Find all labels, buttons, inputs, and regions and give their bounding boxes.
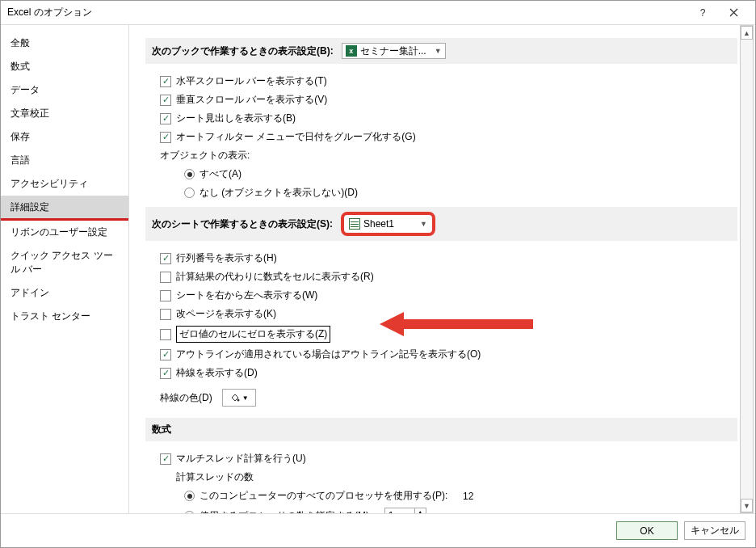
hscroll-checkbox[interactable] [160, 76, 171, 87]
book-section-label: 次のブックで作業するときの表示設定(B): [152, 44, 334, 58]
formulas-label: 計算結果の代わりに数式をセルに表示する(R) [176, 270, 374, 284]
multithread-label: マルチスレッド計算を行う(U) [176, 452, 306, 466]
objects-label: オブジェクトの表示: [145, 146, 737, 165]
rtl-checkbox[interactable] [160, 290, 171, 301]
window-title: Excel のオプション [7, 6, 687, 19]
tabs-label: シート見出しを表示する(B) [176, 112, 296, 125]
scroll-up-icon[interactable]: ▲ [741, 26, 753, 40]
gridcolor-label: 枠線の色(D) [160, 391, 212, 405]
sheet-icon [349, 218, 360, 230]
book-combo-value: セミナー集計... [360, 44, 426, 58]
chevron-down-icon: ▼ [435, 47, 442, 55]
objects-none-radio[interactable] [184, 188, 195, 198]
sidebar-item-9[interactable]: クイック アクセス ツール バー [1, 244, 128, 281]
sidebar-item-6[interactable]: アクセシビリティ [1, 172, 128, 196]
rowcol-checkbox[interactable] [160, 253, 171, 264]
gridlines-checkbox[interactable] [160, 368, 171, 379]
formulas-checkbox[interactable] [160, 272, 171, 283]
sidebar-item-2[interactable]: データ [1, 78, 128, 102]
sidebar-item-8[interactable]: リボンのユーザー設定 [1, 221, 128, 244]
svg-point-0 [237, 399, 239, 402]
sidebar-item-1[interactable]: 数式 [1, 55, 128, 78]
zero-label: ゼロ値のセルにゼロを表示する(Z) [176, 326, 330, 343]
formula-section-header: 数式 [145, 418, 737, 441]
allproc-label: このコンピューターのすべてのプロセッサを使用する(P): [200, 489, 447, 503]
book-combo[interactable]: x セミナー集計... ▼ [342, 43, 446, 59]
sheet-combo-value: Sheet1 [363, 218, 412, 230]
autofilter-checkbox[interactable] [160, 132, 171, 143]
sidebar-item-4[interactable]: 保存 [1, 125, 128, 149]
pagebreak-checkbox[interactable] [160, 309, 171, 320]
sidebar-item-7[interactable]: 詳細設定 [1, 196, 128, 219]
hscroll-label: 水平スクロール バーを表示する(T) [176, 74, 327, 88]
sheet-combo[interactable]: Sheet1 ▼ [341, 212, 435, 236]
outline-checkbox[interactable] [160, 349, 171, 360]
content-panel: 次のブックで作業するときの表示設定(B): x セミナー集計... ▼ 水平スク… [129, 25, 755, 513]
bucket-icon [229, 392, 241, 403]
ok-button[interactable]: OK [616, 521, 678, 540]
gridlines-label: 枠線を表示する(D) [176, 366, 258, 380]
cancel-button[interactable]: キャンセル [684, 521, 746, 540]
proc-count: 12 [463, 491, 473, 502]
zero-checkbox[interactable] [160, 329, 171, 340]
sheet-section-header: 次のシートで作業するときの表示設定(S): Sheet1 ▼ [145, 207, 737, 241]
sidebar-item-10[interactable]: アドイン [1, 281, 128, 305]
book-section-header: 次のブックで作業するときの表示設定(B): x セミナー集計... ▼ [145, 38, 737, 64]
chevron-down-icon: ▼ [420, 220, 427, 228]
objects-none-label: なし (オブジェクトを表示しない)(D) [200, 186, 358, 200]
tabs-checkbox[interactable] [160, 113, 171, 124]
outline-label: アウトラインが適用されている場合はアウトライン記号を表示する(O) [176, 348, 481, 361]
sidebar: 全般数式データ文章校正保存言語アクセシビリティ詳細設定リボンのユーザー設定クイッ… [1, 25, 129, 513]
threads-label: 計算スレッドの数 [145, 468, 737, 487]
autofilter-label: オートフィルター メニューで日付をグループ化する(G) [176, 130, 416, 144]
objects-all-radio[interactable] [184, 169, 195, 179]
gridcolor-button[interactable]: ▼ [222, 389, 256, 407]
thread-spinner[interactable]: ▲▼ [384, 508, 426, 513]
excel-icon: x [346, 45, 357, 57]
close-icon [729, 8, 738, 17]
chevron-down-icon: ▼ [242, 394, 249, 402]
sidebar-item-0[interactable]: 全般 [1, 32, 128, 55]
rtl-label: シートを右から左へ表示する(W) [176, 289, 317, 302]
multithread-checkbox[interactable] [160, 453, 171, 465]
objects-all-label: すべて(A) [200, 167, 242, 181]
vscroll-label: 垂直スクロール バーを表示する(V) [176, 93, 327, 107]
sidebar-item-11[interactable]: トラスト センター [1, 305, 128, 328]
pagebreak-label: 改ページを表示する(K) [176, 307, 276, 321]
help-button[interactable]: ? [687, 2, 718, 24]
sheet-section-label: 次のシートで作業するときの表示設定(S): [152, 217, 333, 231]
scroll-down-icon[interactable]: ▼ [741, 499, 753, 512]
sidebar-item-5[interactable]: 言語 [1, 149, 128, 172]
vscroll-checkbox[interactable] [160, 95, 171, 106]
vertical-scrollbar[interactable]: ▲ ▼ [740, 25, 754, 513]
close-button[interactable] [718, 2, 749, 24]
rowcol-label: 行列番号を表示する(H) [176, 251, 277, 265]
spin-up-icon[interactable]: ▲ [414, 508, 426, 513]
sidebar-item-3[interactable]: 文章校正 [1, 102, 128, 125]
allproc-radio[interactable] [184, 491, 195, 501]
